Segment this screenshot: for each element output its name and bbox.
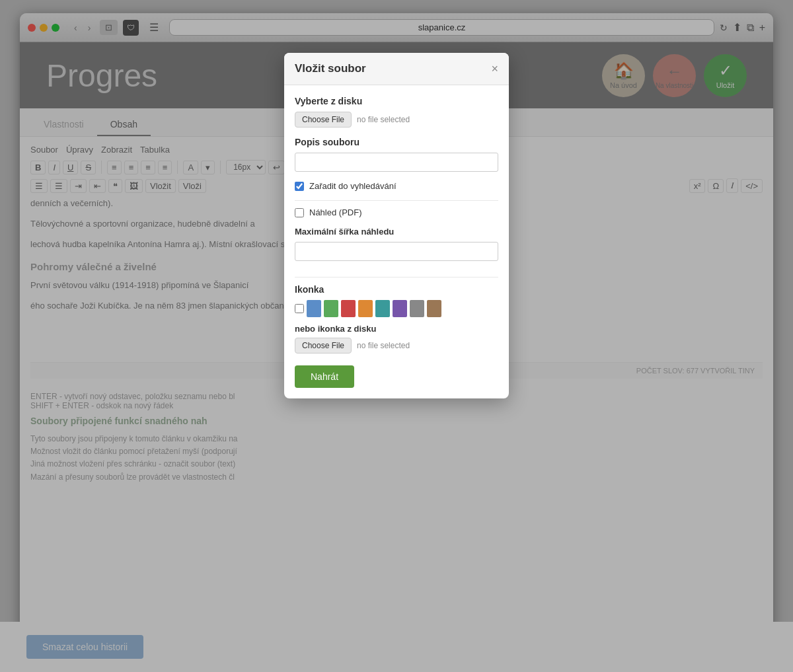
- nebo-ikonka-label: nebo ikonka z disku: [295, 324, 498, 334]
- zaradit-checkbox-row: Zařadit do vyhledávání: [295, 181, 498, 191]
- popis-label: Popis souboru: [295, 137, 498, 147]
- no-file-label-1: no file selected: [357, 115, 410, 124]
- icon-option-4[interactable]: [375, 300, 390, 317]
- modal-overlay[interactable]: Vložit soubor × Vyberte z disku Choose F…: [20, 42, 773, 632]
- icon-option-2[interactable]: [341, 300, 356, 317]
- browser-window: ‹ › ⊡ 🛡 ☰ slapanice.cz ↻ ⬆ ⧉ + Progres J…: [20, 13, 773, 659]
- no-file-label-2: no file selected: [357, 341, 410, 350]
- icon-grid: [295, 300, 498, 317]
- file-input-row-1: Choose File no file selected: [295, 112, 498, 128]
- file-input-row-2: Choose File no file selected: [295, 338, 498, 354]
- modal-header: Vložit soubor ×: [284, 53, 509, 85]
- icon-option-0[interactable]: [307, 300, 321, 317]
- modal-body: Vyberte z disku Choose File no file sele…: [284, 85, 509, 398]
- ikonka-label: Ikonka: [295, 284, 498, 295]
- zaradit-checkbox[interactable]: [295, 182, 304, 191]
- choose-file-button-1[interactable]: Choose File: [295, 112, 352, 128]
- icon-none-checkbox[interactable]: [295, 304, 304, 313]
- icon-option-1[interactable]: [324, 300, 338, 317]
- icon-option-7[interactable]: [427, 300, 441, 317]
- icon-option-5[interactable]: [393, 300, 407, 317]
- page-wrapper: Progres Jazyk: cz en de fr Přihlášen Adm…: [20, 42, 773, 632]
- zaradit-label: Zařadit do vyhledávání: [309, 181, 397, 191]
- nahled-checkbox-row: Náhled (PDF): [295, 207, 498, 217]
- choose-file-button-2[interactable]: Choose File: [295, 338, 352, 354]
- vyberte-label: Vyberte z disku: [295, 96, 498, 106]
- modal-divider-1: [295, 200, 498, 201]
- max-width-label: Maximální šířka náhledu: [295, 227, 498, 237]
- modal-title: Vložit soubor: [295, 62, 366, 75]
- icon-option-3[interactable]: [358, 300, 373, 317]
- nahled-label: Náhled (PDF): [309, 207, 361, 217]
- modal-divider-2: [295, 277, 498, 278]
- nahled-checkbox[interactable]: [295, 208, 304, 217]
- popis-input[interactable]: [295, 153, 498, 172]
- max-width-input[interactable]: [295, 242, 498, 261]
- icon-option-6[interactable]: [410, 300, 424, 317]
- ikonka-section: Ikonka: [295, 284, 498, 317]
- nahrat-button[interactable]: Nahrát: [295, 365, 354, 388]
- vlozit-soubor-modal: Vložit soubor × Vyberte z disku Choose F…: [284, 53, 509, 398]
- modal-close-button[interactable]: ×: [491, 63, 498, 75]
